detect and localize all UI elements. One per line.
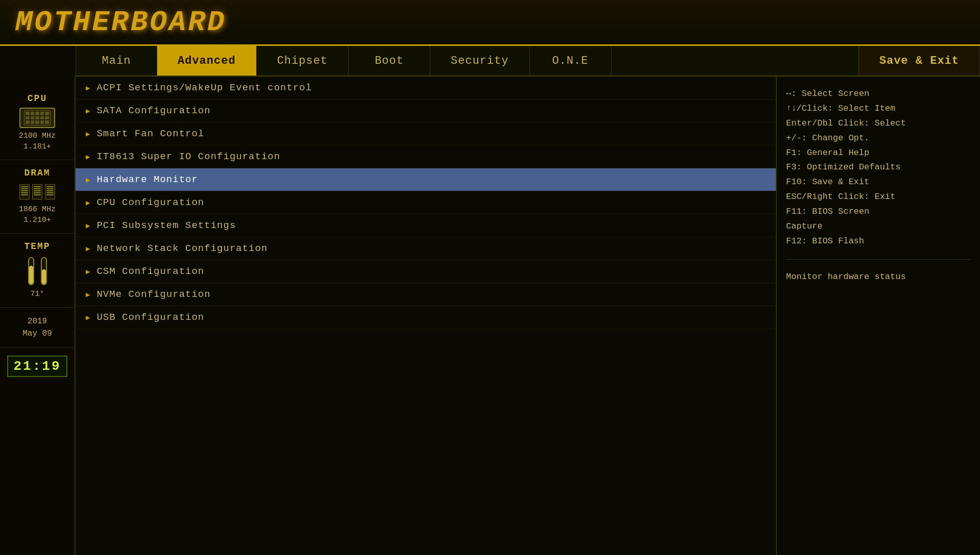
menu-arrow-icon: ▶ — [86, 198, 90, 207]
menu-item-label: IT8613 Super IO Configuration — [96, 151, 280, 162]
menu-arrow-icon: ▶ — [86, 175, 90, 184]
clock-display: 21:19 — [7, 356, 67, 377]
menu-item-label: CPU Configuration — [96, 197, 204, 208]
sidebar-date-section: 2019 May 09 — [0, 308, 75, 348]
temp-label: TEMP — [24, 241, 50, 251]
tab-chipset[interactable]: Chipset — [257, 46, 349, 75]
menu-item-label: Network Stack Configuration — [96, 243, 267, 254]
tab-main[interactable]: Main — [76, 46, 157, 75]
date-display: 2019 May 09 — [22, 315, 52, 340]
app-logo: MOTHERBOARD — [15, 6, 227, 39]
nav-bar: Main Advanced Chipset Boot Security O.N.… — [76, 46, 980, 77]
menu-item-label: NVMe Configuration — [96, 289, 210, 300]
dram-icon — [19, 184, 55, 199]
help-line-10: Capture — [786, 219, 971, 234]
help-line-3: Enter/Dbl Click: Select — [786, 116, 971, 131]
thermometer-icon — [24, 256, 50, 286]
menu-arrow-icon: ▶ — [86, 290, 90, 299]
menu-arrow-icon: ▶ — [86, 221, 90, 230]
tab-security[interactable]: Security — [430, 46, 530, 75]
menu-item-hwmonitor[interactable]: ▶Hardware Monitor — [76, 168, 776, 191]
help-divider — [786, 259, 971, 260]
menu-item-usb[interactable]: ▶USB Configuration — [76, 306, 776, 329]
sidebar-dram-section: DRAM 1866 MHz 1.210+ — [0, 160, 75, 234]
menu-item-smartfan[interactable]: ▶Smart Fan Control — [76, 122, 776, 145]
tab-save-exit[interactable]: Save & Exit — [859, 46, 980, 75]
help-panel: ↔: Select Screen ↑↓/Click: Select Item E… — [776, 77, 980, 555]
help-line-6: F3: Optimized Defaults — [786, 160, 971, 175]
menu-item-label: PCI Subsystem Settings — [96, 220, 236, 231]
menu-item-network[interactable]: ▶Network Stack Configuration — [76, 237, 776, 260]
help-line-9: F11: BIOS Screen — [786, 205, 971, 219]
menu-arrow-icon: ▶ — [86, 107, 90, 115]
help-line-7: F10: Save & Exit — [786, 175, 971, 190]
menu-arrow-icon: ▶ — [86, 244, 90, 253]
sidebar: CPU 2100 MHz 1.181+ DRAM — [0, 77, 76, 555]
help-line-1: ↔: Select Screen — [786, 87, 971, 102]
item-description: Monitor hardware status — [786, 270, 971, 284]
help-line-8: ESC/Right Click: Exit — [786, 190, 971, 205]
dram-freq: 1866 MHz 1.210+ — [19, 204, 56, 225]
menu-item-pci[interactable]: ▶PCI Subsystem Settings — [76, 214, 776, 237]
menu-item-label: Hardware Monitor — [96, 174, 198, 185]
cpu-label: CPU — [28, 93, 47, 104]
menu-arrow-icon: ▶ — [86, 313, 90, 322]
cpu-icon — [19, 108, 55, 128]
dram-label: DRAM — [24, 168, 50, 178]
menu-item-csm[interactable]: ▶CSM Configuration — [76, 260, 776, 283]
sidebar-clock-section: 21:19 — [0, 348, 75, 385]
help-line-2: ↑↓/Click: Select Item — [786, 102, 971, 116]
menu-item-label: Smart Fan Control — [96, 128, 204, 139]
menu-item-label: CSM Configuration — [96, 266, 204, 277]
help-line-5: F1: General Help — [786, 146, 971, 161]
header: MOTHERBOARD — [0, 0, 980, 46]
menu-arrow-icon: ▶ — [86, 84, 90, 92]
menu-item-label: USB Configuration — [96, 312, 204, 323]
menu-content: ▶ACPI Settings/WakeUp Event control▶SATA… — [76, 77, 776, 555]
sidebar-temp-section: TEMP 71° — [0, 234, 75, 308]
help-line-4: +/-: Change Opt. — [786, 131, 971, 146]
menu-arrow-icon: ▶ — [86, 267, 90, 276]
temp-value: 71° — [30, 289, 44, 299]
menu-item-cpuconfig[interactable]: ▶CPU Configuration — [76, 191, 776, 214]
sidebar-cpu-section: CPU 2100 MHz 1.181+ — [0, 86, 75, 160]
help-line-11: F12: BIOS Flash — [786, 234, 971, 249]
main-layout: CPU 2100 MHz 1.181+ DRAM — [0, 77, 980, 555]
help-text: ↔: Select Screen ↑↓/Click: Select Item E… — [786, 87, 971, 249]
menu-item-acpi[interactable]: ▶ACPI Settings/WakeUp Event control — [76, 77, 776, 99]
menu-item-sata[interactable]: ▶SATA Configuration — [76, 99, 776, 122]
menu-list: ▶ACPI Settings/WakeUp Event control▶SATA… — [76, 77, 776, 329]
tab-advanced[interactable]: Advanced — [157, 46, 257, 75]
menu-item-it8613[interactable]: ▶IT8613 Super IO Configuration — [76, 145, 776, 168]
tab-boot[interactable]: Boot — [349, 46, 430, 75]
menu-arrow-icon: ▶ — [86, 153, 90, 161]
menu-item-label: SATA Configuration — [96, 105, 210, 116]
menu-item-label: ACPI Settings/WakeUp Event control — [96, 82, 312, 93]
tab-one[interactable]: O.N.E — [530, 46, 611, 75]
cpu-freq: 2100 MHz 1.181+ — [19, 131, 56, 152]
menu-arrow-icon: ▶ — [86, 130, 90, 138]
menu-item-nvme[interactable]: ▶NVMe Configuration — [76, 283, 776, 306]
